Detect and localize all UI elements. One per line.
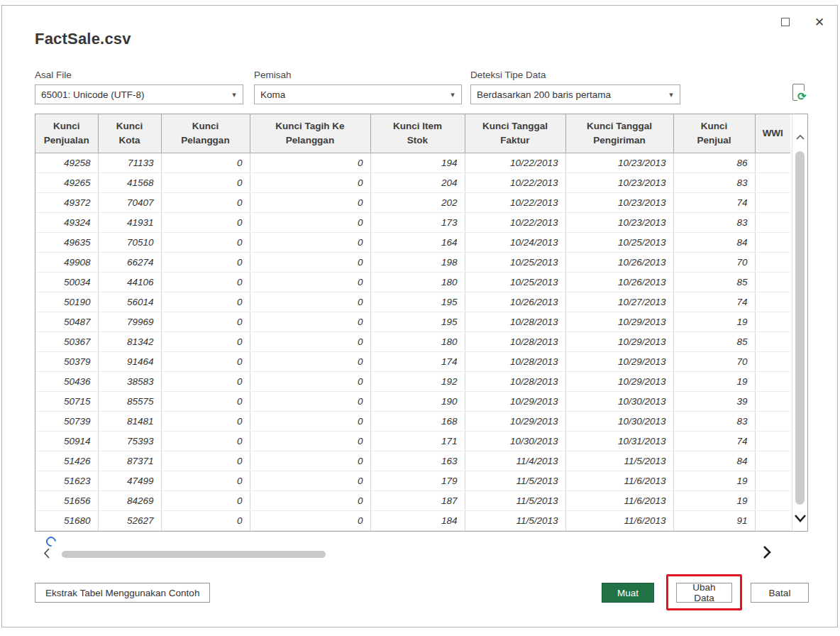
table-cell: 0 [250, 232, 370, 252]
cancel-button[interactable]: Batal [751, 583, 809, 603]
file-origin-label: Asal File [35, 70, 72, 80]
file-origin-select[interactable]: 65001: Unicode (UTF-8) ▾ [35, 84, 243, 104]
table-cell: 74 [673, 431, 755, 451]
table-cell: 0 [250, 192, 370, 212]
table-cell: 84269 [98, 490, 161, 510]
table-row: 50715855750019010/29/201310/30/201339 [35, 391, 790, 411]
scroll-right-button[interactable] [763, 546, 771, 561]
horizontal-scroll-thumb[interactable] [62, 551, 326, 558]
table-cell: 51426 [35, 451, 98, 471]
table-cell: 49372 [35, 192, 98, 212]
vertical-scrollbar[interactable] [792, 114, 807, 531]
table-cell: 202 [370, 192, 465, 212]
table-cell: 50487 [35, 312, 98, 331]
table-body: 49258711330019410/22/201310/23/201386492… [35, 153, 790, 530]
table-cell: 10/22/2013 [465, 172, 565, 192]
table-cell: 0 [250, 312, 370, 331]
table-cell [755, 232, 790, 252]
table-row: 49324419310017310/22/201310/23/201383 [35, 212, 790, 232]
table-cell: 0 [161, 272, 250, 292]
table-cell: 79969 [98, 312, 161, 331]
scroll-up-button[interactable] [792, 130, 808, 144]
table-cell: 10/26/2013 [465, 292, 565, 312]
table-cell [755, 292, 790, 312]
maximize-button[interactable] [778, 14, 793, 30]
table-cell: 0 [250, 172, 370, 192]
table-cell: 85575 [98, 391, 161, 411]
table-cell: 50715 [35, 391, 98, 411]
delimiter-select[interactable]: Koma ▾ [254, 84, 462, 104]
load-button[interactable]: Muat [602, 583, 654, 603]
close-button[interactable]: ✕ [812, 14, 827, 30]
table-cell: 10/23/2013 [565, 172, 673, 192]
table-cell: 0 [161, 471, 250, 490]
table-cell [755, 411, 790, 431]
table-cell [755, 431, 790, 451]
table-row: 50367813420018010/28/201310/29/201385 [35, 331, 790, 351]
transform-data-button[interactable]: Ubah Data [676, 583, 732, 603]
table-cell: 190 [370, 391, 465, 411]
close-icon: ✕ [814, 16, 824, 28]
chevron-left-icon [43, 548, 50, 559]
column-header: Kunci Tanggal Pengiriman [565, 114, 673, 153]
table-row: 51426873710016311/4/201311/5/201384 [35, 451, 790, 471]
table-cell: 50190 [35, 292, 98, 312]
table-cell: 39 [673, 391, 755, 411]
table-cell: 187 [370, 490, 465, 510]
table-cell: 10/28/2013 [465, 312, 565, 331]
extract-table-button[interactable]: Ekstrak Tabel Menggunakan Contoh [35, 583, 210, 603]
column-header: Kunci Penjualan [35, 114, 98, 153]
table-cell: 10/29/2013 [565, 312, 673, 331]
table-cell: 56014 [98, 292, 161, 312]
table-cell: 11/4/2013 [465, 451, 565, 471]
table-cell: 171 [370, 431, 465, 451]
table-cell [755, 490, 790, 510]
table-cell: 0 [250, 411, 370, 431]
table-cell: 50739 [35, 411, 98, 431]
table-cell: 75393 [98, 431, 161, 451]
type-detection-select[interactable]: Berdasarkan 200 baris pertama ▾ [470, 84, 680, 104]
table-cell [755, 252, 790, 272]
table-cell: 0 [250, 371, 370, 391]
table-cell: 10/26/2013 [565, 252, 673, 272]
column-header: Kunci Pelanggan [161, 114, 250, 153]
table-cell: 0 [250, 490, 370, 510]
table-row: 51656842690018711/5/201311/6/201319 [35, 490, 790, 510]
column-header: Kunci Penjual [673, 114, 755, 153]
table-cell: 180 [370, 331, 465, 351]
table-cell: 10/27/2013 [565, 292, 673, 312]
scroll-down-button[interactable] [792, 511, 808, 525]
table-cell: 0 [250, 431, 370, 451]
column-header: Kunci Tagih Ke Pelanggan [250, 114, 370, 153]
table-cell: 86 [673, 153, 755, 172]
vertical-scroll-thumb[interactable] [795, 151, 805, 505]
table-cell: 50914 [35, 431, 98, 451]
table-cell [755, 212, 790, 232]
table-cell: 195 [370, 292, 465, 312]
table-cell: 0 [250, 510, 370, 530]
table-cell: 0 [161, 431, 250, 451]
preview-table-frame: Kunci PenjualanKunci KotaKunci Pelanggan… [35, 114, 808, 532]
table-cell: 49908 [35, 252, 98, 272]
horizontal-scrollbar[interactable] [35, 534, 808, 562]
table-cell: 0 [161, 312, 250, 331]
table-cell: 0 [250, 153, 370, 172]
scroll-left-button[interactable] [43, 548, 50, 561]
type-detection-value: Berdasarkan 200 baris pertama [471, 89, 663, 100]
table-cell: 0 [250, 252, 370, 272]
table-row: 50487799690019510/28/201310/29/201319 [35, 312, 790, 331]
column-header: Kunci Kota [98, 114, 161, 153]
table-cell: 11/6/2013 [565, 490, 673, 510]
table-cell: 10/25/2013 [565, 232, 673, 252]
refresh-preview-button[interactable]: ⟳ [791, 84, 809, 105]
table-row: 49908662740019810/25/201310/26/201370 [35, 252, 790, 272]
table-cell: 10/28/2013 [465, 331, 565, 351]
refresh-icon: ⟳ [797, 91, 807, 102]
table-cell: 164 [370, 232, 465, 252]
table-cell: 83 [673, 172, 755, 192]
chevron-down-icon: ▾ [444, 90, 461, 99]
table-cell: 192 [370, 371, 465, 391]
table-cell: 0 [161, 490, 250, 510]
table-cell: 70 [673, 252, 755, 272]
chevron-up-icon [796, 134, 805, 140]
